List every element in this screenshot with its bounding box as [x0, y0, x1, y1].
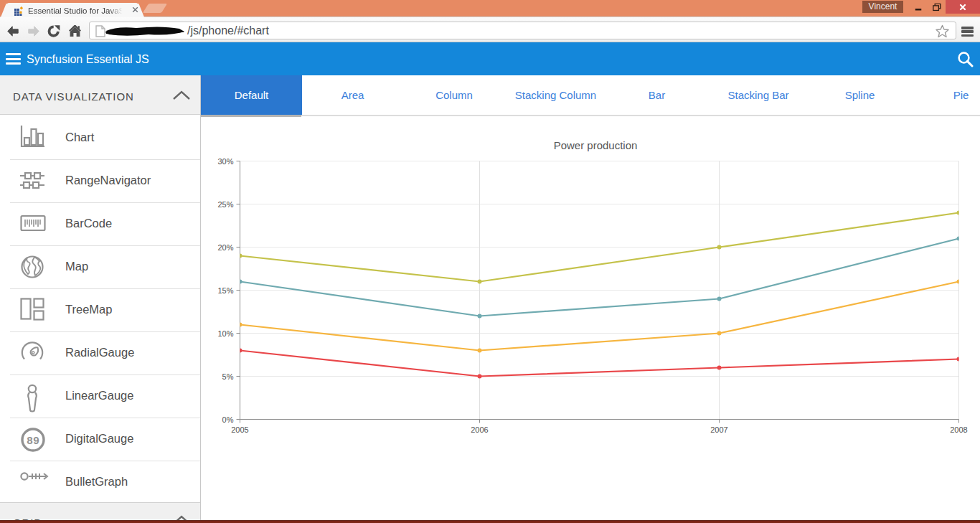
svg-text:20%: 20%: [217, 243, 233, 252]
svg-text:2008: 2008: [950, 425, 967, 434]
svg-text:0%: 0%: [222, 415, 234, 424]
svg-text:2007: 2007: [710, 425, 727, 434]
svg-text:30%: 30%: [217, 157, 233, 166]
svg-text:25%: 25%: [217, 200, 233, 209]
svg-text:2006: 2006: [471, 425, 488, 434]
svg-text:Power production: Power production: [554, 139, 638, 151]
svg-text:2005: 2005: [231, 425, 248, 434]
svg-text:10%: 10%: [217, 329, 233, 338]
svg-text:89: 89: [27, 435, 39, 448]
svg-text:5%: 5%: [222, 372, 234, 381]
svg-text:15%: 15%: [217, 286, 233, 295]
